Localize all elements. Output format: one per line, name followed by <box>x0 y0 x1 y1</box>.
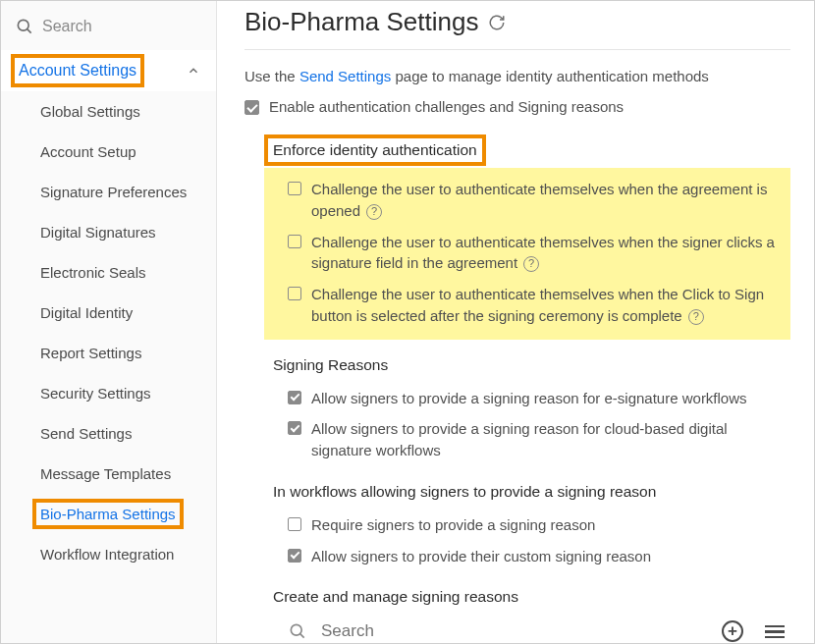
checkbox-workflows-custom[interactable] <box>288 549 301 563</box>
sidebar-item-message-templates[interactable]: Message Templates <box>1 454 216 494</box>
sidebar-item-account-setup[interactable]: Account Setup <box>1 132 216 172</box>
help-icon[interactable]: ? <box>366 204 382 220</box>
sidebar-item-workflow-integration[interactable]: Workflow Integration <box>1 534 216 574</box>
menu-icon[interactable] <box>765 622 785 642</box>
nav-section-label: Account Settings <box>17 60 138 81</box>
workflows-opt-require[interactable]: Require signers to provide a signing rea… <box>270 510 790 541</box>
sidebar-item-signature-preferences[interactable]: Signature Preferences <box>1 172 216 212</box>
sidebar: Account Settings Global Settings Account… <box>1 1 217 643</box>
page-title: Bio-Pharma Settings <box>244 7 478 37</box>
sidebar-item-security-settings[interactable]: Security Settings <box>1 373 216 413</box>
sidebar-item-report-settings[interactable]: Report Settings <box>1 333 216 373</box>
enforce-opt-opened[interactable]: Challenge the user to authenticate thems… <box>270 174 785 227</box>
svg-line-1 <box>27 29 31 33</box>
chevron-up-icon <box>187 64 200 78</box>
nav-section-account-settings[interactable]: Account Settings <box>1 50 216 91</box>
section-manage-title: Create and manage signing reasons <box>270 587 521 607</box>
checkbox-enforce-clicksign[interactable] <box>288 287 301 300</box>
add-reason-button[interactable]: + <box>722 620 743 642</box>
enforce-highlight-box: Challenge the user to authenticate thems… <box>264 168 790 340</box>
sidebar-item-electronic-seals[interactable]: Electronic Seals <box>1 252 216 293</box>
help-icon[interactable]: ? <box>523 256 539 272</box>
checkbox-reasons-cloud[interactable] <box>288 421 301 435</box>
workflows-opt-custom[interactable]: Allow signers to provide their custom si… <box>270 541 790 572</box>
svg-point-0 <box>18 20 28 30</box>
reasons-opt-cloud[interactable]: Allow signers to provide a signing reaso… <box>270 413 790 466</box>
search-icon <box>15 17 34 36</box>
enforce-opt-sigfield[interactable]: Challenge the user to authenticate thems… <box>270 227 785 280</box>
enforce-opt-clicksign[interactable]: Challenge the user to authenticate thems… <box>270 279 785 332</box>
svg-point-2 <box>291 625 301 636</box>
checkbox-reasons-esig[interactable] <box>288 391 301 404</box>
manage-search-input[interactable] <box>321 621 708 641</box>
help-icon[interactable]: ? <box>688 309 704 325</box>
sidebar-item-send-settings[interactable]: Send Settings <box>1 413 216 454</box>
section-enforce-title: Enforce identity authentication <box>270 140 480 160</box>
enable-auth-row[interactable]: Enable authentication challenges and Sig… <box>244 94 790 119</box>
section-workflows-title: In workflows allowing signers to provide… <box>270 482 659 502</box>
main-panel: Bio-Pharma Settings Use the Send Setting… <box>217 1 814 643</box>
section-reasons-title: Signing Reasons <box>270 355 391 375</box>
sidebar-item-digital-identity[interactable]: Digital Identity <box>1 293 216 333</box>
sidebar-item-digital-signatures[interactable]: Digital Signatures <box>1 212 216 252</box>
checkbox-workflows-require[interactable] <box>288 517 301 531</box>
sidebar-search-input[interactable] <box>42 18 202 35</box>
svg-line-3 <box>300 634 304 638</box>
checkbox-enable-auth[interactable] <box>244 100 259 115</box>
checkbox-enforce-opened[interactable] <box>288 182 301 195</box>
sidebar-item-bio-pharma-settings[interactable]: Bio-Pharma Settings <box>1 494 216 534</box>
refresh-icon[interactable] <box>488 14 506 31</box>
intro-text: Use the Send Settings page to manage ide… <box>244 50 790 94</box>
checkbox-enforce-sigfield[interactable] <box>288 235 301 248</box>
search-icon <box>288 621 307 641</box>
send-settings-link[interactable]: Send Settings <box>299 68 391 84</box>
enable-auth-label: Enable authentication challenges and Sig… <box>269 98 624 115</box>
sidebar-search[interactable] <box>1 11 216 50</box>
sidebar-item-global-settings[interactable]: Global Settings <box>1 91 216 132</box>
reasons-opt-esig[interactable]: Allow signers to provide a signing reaso… <box>270 383 790 414</box>
